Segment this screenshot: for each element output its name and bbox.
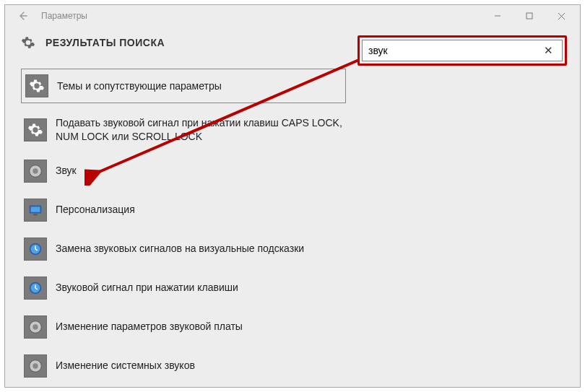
result-item[interactable]: Подавать звуковой сигнал при нажатии кла… xyxy=(21,113,346,147)
result-label: Звук xyxy=(56,164,77,178)
gear-icon xyxy=(24,118,47,141)
result-label: Изменение параметров звуковой платы xyxy=(56,320,243,334)
result-label: Персонализация xyxy=(56,203,135,217)
minimize-icon xyxy=(494,12,501,19)
result-label: Подавать звуковой сигнал при нажатии кла… xyxy=(56,116,343,144)
svg-point-16 xyxy=(32,363,38,368)
content-area: РЕЗУЛЬТАТЫ ПОИСКА Темы и сопутствующие п… xyxy=(5,27,580,388)
result-item[interactable]: Замена звуковых сигналов на визуальные п… xyxy=(21,235,346,263)
speaker-icon xyxy=(24,354,47,378)
close-icon xyxy=(558,12,566,20)
svg-point-5 xyxy=(32,168,38,173)
result-item[interactable]: Персонализация xyxy=(21,196,346,225)
window-controls xyxy=(482,5,577,27)
result-label: Темы и сопутствующие параметры xyxy=(57,79,222,93)
result-item[interactable]: Темы и сопутствующие параметры xyxy=(21,69,346,103)
result-item[interactable]: Звук xyxy=(21,157,346,186)
speaker-icon xyxy=(24,315,47,339)
page-title: РЕЗУЛЬТАТЫ ПОИСКА xyxy=(46,37,165,48)
maximize-icon xyxy=(526,12,533,19)
svg-point-14 xyxy=(32,324,38,329)
clock-icon xyxy=(24,238,47,261)
titlebar: Параметры xyxy=(5,5,580,27)
results-list: Темы и сопутствующие параметрыПодавать з… xyxy=(21,69,346,380)
gear-icon xyxy=(25,74,48,97)
maximize-button[interactable] xyxy=(514,5,545,27)
close-window-button[interactable] xyxy=(545,5,577,27)
result-label: Изменение системных звуков xyxy=(56,359,195,373)
result-label: Звуковой сигнал при нажатии клавиши xyxy=(56,281,238,295)
result-label: Замена звуковых сигналов на визуальные п… xyxy=(56,242,304,256)
result-item[interactable]: Изменение параметров звуковой платы xyxy=(21,313,346,341)
svg-rect-1 xyxy=(526,13,532,19)
minimize-button[interactable] xyxy=(482,5,514,27)
result-item[interactable]: Звуковой сигнал при нажатии клавиши xyxy=(21,274,346,302)
settings-window: Параметры ✕ РЕЗУЛЬТАТЫ ПОИСКА Темы и соп xyxy=(4,4,581,388)
svg-rect-8 xyxy=(33,214,38,215)
clock-icon xyxy=(24,276,47,300)
gear-icon xyxy=(21,35,35,50)
page-header: РЕЗУЛЬТАТЫ ПОИСКА xyxy=(21,35,564,50)
speaker-icon xyxy=(24,160,47,183)
window-title: Параметры xyxy=(41,11,87,21)
svg-rect-7 xyxy=(31,206,40,212)
back-arrow-icon xyxy=(17,10,28,22)
monitor-icon xyxy=(24,199,47,222)
result-item[interactable]: Изменение системных звуков xyxy=(21,352,346,380)
back-button[interactable] xyxy=(8,5,37,27)
